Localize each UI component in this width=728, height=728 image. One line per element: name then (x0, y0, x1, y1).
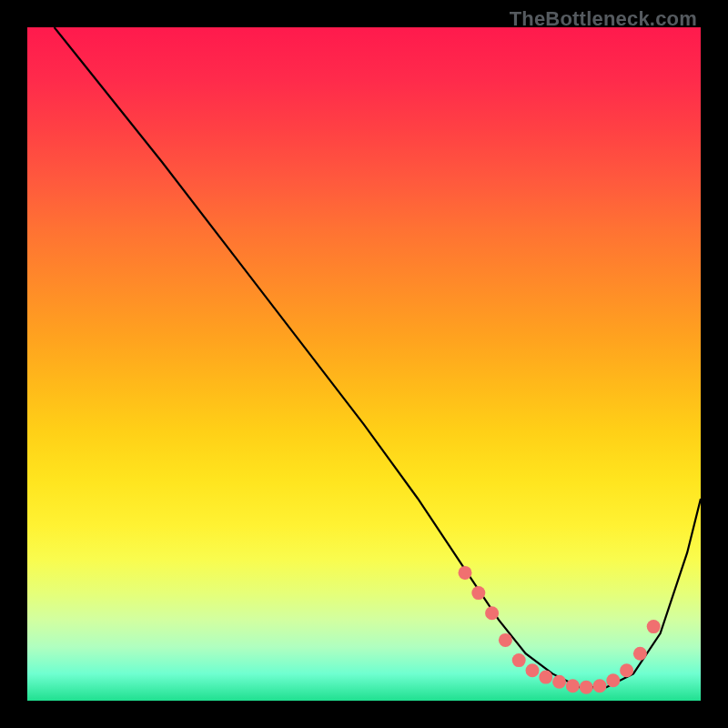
marker-dot (539, 671, 552, 684)
marker-dot (580, 681, 593, 694)
marker-dot (459, 566, 472, 580)
marker-dot (566, 679, 580, 693)
marker-dot (485, 606, 499, 620)
marker-dot (471, 586, 485, 600)
marker-dots (459, 566, 661, 694)
marker-dot (499, 633, 512, 647)
marker-dot (593, 679, 607, 693)
marker-dot (606, 673, 620, 687)
marker-dot (512, 653, 526, 667)
marker-dot (647, 620, 661, 633)
watermark-text: TheBottleneck.com (510, 7, 697, 31)
line-curve (55, 27, 701, 687)
marker-dot (526, 663, 540, 677)
marker-dot (620, 663, 633, 677)
chart-container: TheBottleneck.com (0, 0, 728, 728)
chart-svg (27, 27, 701, 701)
marker-dot (552, 675, 566, 689)
marker-dot (633, 647, 647, 661)
plot-area (27, 27, 701, 701)
